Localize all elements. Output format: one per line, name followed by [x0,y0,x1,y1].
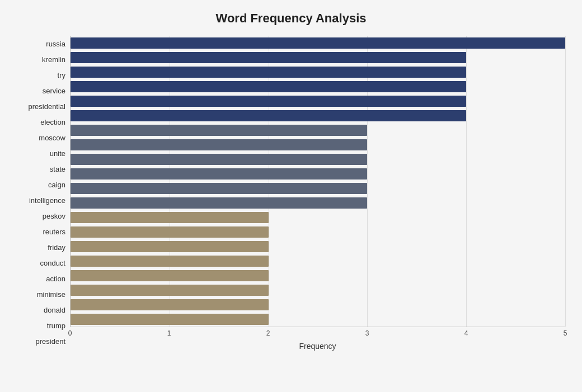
x-tick: 3 [365,329,369,337]
y-label: election [17,115,65,129]
bar [71,226,269,238]
y-label: donald [17,303,65,318]
x-tick: 0 [68,329,72,337]
grid-line [565,36,566,327]
bar-row [71,123,565,138]
chart-area: russiakremlintryservicepresidentialelect… [17,36,565,350]
bar [71,183,367,194]
y-label: conduct [17,256,65,271]
x-tick: 1 [167,329,171,337]
x-tick: 5 [564,329,567,337]
chart-title: Word Frequency Analysis [17,11,565,26]
y-label: moscow [17,130,65,145]
bar [71,256,269,267]
bar-row [71,297,565,312]
bar-row [71,152,565,167]
bar-row [71,196,565,210]
y-axis: russiakremlintryservicepresidentialelect… [17,36,70,350]
bar-row [71,268,565,283]
bar [71,285,269,296]
bar [71,125,367,136]
y-label: president [17,334,65,349]
y-label: unite [17,146,65,160]
y-label: try [17,68,65,82]
y-label: russia [17,36,65,51]
bar-row [71,254,565,268]
bar-row [71,138,565,152]
bar-row [71,108,565,123]
y-label: service [17,83,65,98]
bar [71,52,466,63]
bar-row [71,79,565,94]
bar [71,81,466,92]
bar [71,37,565,49]
bar-row [71,283,565,297]
plot-area: 012345 Frequency [70,36,565,350]
bar-row [71,312,565,327]
bar [71,270,269,281]
bar [71,110,466,121]
y-label: friday [17,240,65,255]
chart-container: Word Frequency Analysis russiakremlintry… [0,0,582,392]
bar [71,139,367,150]
bar [71,154,367,165]
y-label: presidential [17,99,65,114]
y-label: action [17,272,65,286]
bar-row [71,65,565,79]
x-tick: 2 [266,329,270,337]
bar [71,96,466,107]
bar-row [71,239,565,254]
y-label: state [17,162,65,176]
bar [71,299,269,310]
bar [71,67,466,78]
y-label: intelligence [17,193,65,207]
bar [71,197,367,209]
bar [71,212,269,223]
y-label: peskov [17,209,65,224]
y-label: caign [17,177,65,192]
bar [71,168,367,180]
y-label: reuters [17,225,65,239]
bars-wrapper [70,36,565,327]
x-axis-label: Frequency [70,342,565,351]
y-label: trump [17,319,65,333]
y-label: minimise [17,287,65,302]
y-label: kremlin [17,52,65,67]
bar-row [71,167,565,181]
bar-row [71,94,565,108]
bar [71,314,269,325]
bar-row [71,210,565,225]
bar [71,241,269,252]
bar-row [71,181,565,196]
bar-row [71,36,565,50]
bar-row [71,50,565,65]
x-tick: 4 [464,329,468,337]
bar-row [71,225,565,239]
